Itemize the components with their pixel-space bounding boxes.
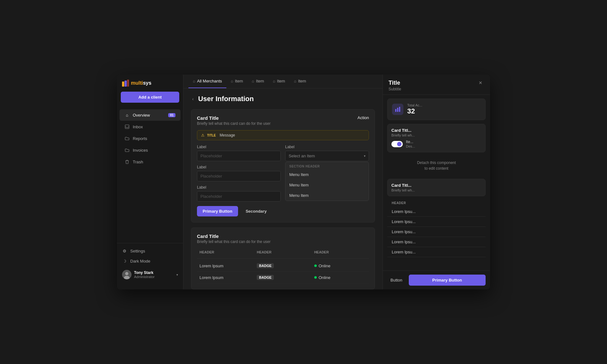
action-link[interactable]: Action <box>358 115 369 120</box>
col-header-2: HEADER <box>254 248 311 256</box>
page-header: ‹ User Information <box>191 95 375 103</box>
sidebar-item-inbox[interactable]: Inbox <box>120 121 181 132</box>
status-badge: BADGE <box>257 275 274 280</box>
toggle-desc: Des... <box>406 144 415 148</box>
field1-input[interactable] <box>197 151 281 161</box>
svg-rect-3 <box>125 125 129 129</box>
footer-primary-button[interactable]: Primary Button <box>409 275 486 286</box>
field3-input[interactable] <box>197 191 281 202</box>
mini-card-title: Card Titl... <box>391 183 481 188</box>
table-cell-2-1: Lorem Ipsum <box>197 272 254 283</box>
user-profile[interactable]: Tony Stark Administrator ▾ <box>120 267 181 282</box>
online-status: Online <box>319 264 331 268</box>
table-cell-1-2: BADGE <box>254 260 311 271</box>
field3-label: Label <box>197 185 281 190</box>
close-button[interactable]: ✕ <box>477 80 484 86</box>
table-row[interactable]: Lorem Ipsum BADGE Online <box>197 260 369 272</box>
select-field[interactable]: Select an Item ▾ <box>285 151 369 161</box>
button-row: Primary Button Secondary <box>197 206 369 216</box>
select-value: Select an Item <box>289 154 315 158</box>
form-group-3: Label <box>197 185 281 202</box>
folder-icon <box>125 148 130 153</box>
top-tabs: ⌂ All Merchants ⌂ Item ⌂ Item ⌂ Item ⌂ <box>183 75 383 88</box>
table-cell-1-3: Online <box>312 260 369 271</box>
trash-icon <box>125 159 130 164</box>
logo: multisys <box>117 80 183 92</box>
dropdown-section-header: SECTION HEADER <box>285 162 369 169</box>
table-row[interactable]: Lorem Ipsum BADGE Online <box>197 272 369 283</box>
right-panel-footer: Button Primary Button <box>383 270 490 289</box>
content-area: ⌂ All Merchants ⌂ Item ⌂ Item ⌂ Item ⌂ <box>183 75 383 289</box>
sidebar-bottom: ⚙ Settings ☽ Dark Mode Tony Stark Admini… <box>117 243 183 284</box>
sidebar-item-label: Overview <box>133 113 150 118</box>
footer-secondary-button[interactable]: Button <box>387 275 406 285</box>
sidebar-item-trash[interactable]: Trash <box>120 156 181 167</box>
form-card: Card Title Briefly tell what this card c… <box>191 109 375 222</box>
toggle[interactable] <box>391 141 403 147</box>
field2-input[interactable] <box>197 171 281 181</box>
tab-home-icon: ⌂ <box>252 79 254 83</box>
right-panel: Title Subtitle ✕ Total A <box>383 75 490 289</box>
svg-rect-6 <box>395 109 396 112</box>
col-header-3: HEADER <box>312 248 369 256</box>
dropdown-item-2[interactable]: Menu Item <box>285 180 369 190</box>
primary-button[interactable]: Primary Button <box>197 206 238 216</box>
sidebar-item-reports[interactable]: Reports <box>120 133 181 144</box>
add-client-button[interactable]: Add a client <box>121 92 179 103</box>
stat-value: 32 <box>407 107 422 115</box>
table-card: Card Title Briefly tell what this card c… <box>191 228 375 289</box>
online-status: Online <box>319 275 331 280</box>
list-item: Lorem Ipsu... <box>387 227 486 237</box>
tab-item1[interactable]: ⌂ Item <box>226 75 248 88</box>
tab-item3[interactable]: ⌂ Item <box>268 75 290 88</box>
tab-home-icon: ⌂ <box>231 79 233 83</box>
sidebar-item-invoices[interactable]: Invoices <box>120 144 181 156</box>
chart-icon <box>392 104 403 115</box>
table-card-info: Card Title Briefly tell what this card c… <box>197 234 271 244</box>
back-arrow[interactable]: ‹ <box>191 95 195 103</box>
page-content: ‹ User Information Card Title Briefly te… <box>183 88 383 289</box>
select-wrapper: Select an Item ▾ SECTION HEADER Menu Ite… <box>285 151 369 161</box>
tab-home-icon: ⌂ <box>273 79 275 83</box>
secondary-button[interactable]: Secondary <box>241 206 271 216</box>
list-item: Lorem Ipsu... <box>387 207 486 217</box>
panel-title-group: Title Subtitle <box>389 80 401 91</box>
tab-home-icon: ⌂ <box>193 79 195 83</box>
panel-subtitle: Subtitle <box>389 87 401 91</box>
sidebar: multisys Add a client ⌂ Overview 01 Inbo… <box>117 75 183 289</box>
dark-mode-label: Dark Mode <box>130 259 150 264</box>
logo-icon <box>122 80 129 87</box>
brand-name: multisys <box>131 80 151 86</box>
sidebar-item-overview[interactable]: ⌂ Overview 01 <box>120 109 181 121</box>
sidebar-item-settings[interactable]: ⚙ Settings <box>120 246 181 256</box>
gear-icon: ⚙ <box>122 248 127 253</box>
nav-badge: 01 <box>168 113 175 117</box>
dropdown-item-1[interactable]: Menu Item <box>285 169 369 180</box>
home-icon: ⌂ <box>125 112 130 118</box>
chevron-down-icon: ▾ <box>364 154 365 158</box>
select-label: Label <box>285 145 369 149</box>
mini-card-2: Card Titl... Briefly tell wh... <box>387 179 486 196</box>
field2-label: Label <box>197 165 281 169</box>
tab-all-merchants[interactable]: ⌂ All Merchants <box>188 75 226 88</box>
tab-label: Item <box>298 79 306 83</box>
mini-card-subtitle: Briefly tell wh... <box>391 133 481 137</box>
panel-title: Title <box>389 80 401 86</box>
tab-item4[interactable]: ⌂ Item <box>290 75 311 88</box>
table-card-subtitle: Briefly tell what this card can do for t… <box>197 240 271 244</box>
form-group-2: Label <box>197 165 281 181</box>
svg-rect-7 <box>397 108 398 112</box>
dropdown-item-3[interactable]: Menu Item <box>285 190 369 201</box>
list-header: HEADER <box>387 199 486 207</box>
online-indicator <box>314 264 317 267</box>
page-title: User Information <box>198 95 254 103</box>
user-role: Administrator <box>134 275 174 279</box>
table-cell-2-3: Online <box>312 272 369 283</box>
sidebar-item-dark-mode[interactable]: ☽ Dark Mode <box>120 256 181 266</box>
table-cell-2-2: BADGE <box>254 272 311 283</box>
card-info: Card Title Briefly tell what this card c… <box>197 115 271 126</box>
tab-item2[interactable]: ⌂ Item <box>248 75 269 88</box>
left-fields: Label Label Label <box>197 145 281 202</box>
list-item: Lorem Ipsu... <box>387 247 486 257</box>
sidebar-item-label: Inbox <box>133 124 143 129</box>
